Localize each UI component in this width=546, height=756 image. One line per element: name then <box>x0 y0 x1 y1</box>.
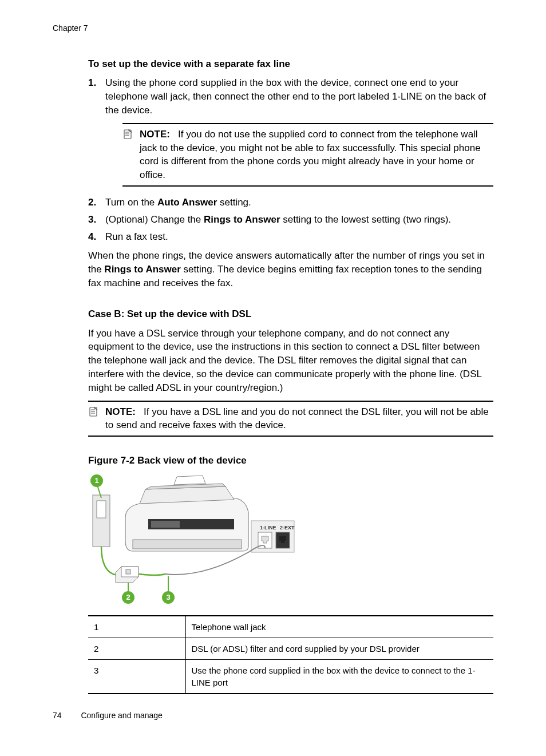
step-content: (Optional) Change the Rings to Answer se… <box>105 213 493 227</box>
note-icon <box>122 129 136 182</box>
legend-num: 3 <box>88 659 185 694</box>
step-text: Using the phone cord supplied in the box… <box>105 77 486 116</box>
step-content: Run a fax test. <box>105 230 493 244</box>
port-label-1line: 1-LINE <box>260 525 276 531</box>
footer-title: Configure and manage <box>81 711 162 720</box>
note-body <box>173 129 178 140</box>
step-text-bold: Rings to Answer <box>204 214 280 225</box>
step-4: 4. Run a fax test. <box>88 230 493 244</box>
figure-legend-table: 1 Telephone wall jack 2 DSL (or ADSL) fi… <box>88 615 493 694</box>
note-text-container: NOTE: If you have a DSL line and you do … <box>105 405 493 433</box>
step-content: Turn on the Auto Answer setting. <box>105 196 493 209</box>
step-1: 1. Using the phone cord supplied in the … <box>88 76 493 192</box>
section-heading-dsl: Case B: Set up the device with DSL <box>88 307 493 321</box>
page-number: 74 <box>53 711 62 720</box>
note-spacer <box>139 406 144 417</box>
table-row: 1 Telephone wall jack <box>88 616 493 638</box>
step-number: 2. <box>88 196 105 209</box>
step-content: Using the phone cord supplied in the box… <box>105 76 493 192</box>
step-number: 1. <box>88 76 105 192</box>
table-row: 3 Use the phone cord supplied in the box… <box>88 659 493 694</box>
page-content: To set up the device with a separate fax… <box>88 57 493 694</box>
step-text-prefix: Turn on the <box>105 197 157 208</box>
step-3: 3. (Optional) Change the Rings to Answer… <box>88 213 493 227</box>
step-text-suffix: setting to the lowest setting (two rings… <box>280 214 452 225</box>
step-text: Run a fax test. <box>105 231 168 242</box>
legend-text: Use the phone cord supplied in the box w… <box>185 659 493 694</box>
svg-rect-16 <box>126 569 130 574</box>
port-label-2ext: 2-EXT <box>280 525 295 531</box>
section-heading-fax-line: To set up the device with a separate fax… <box>88 57 493 71</box>
chapter-header: Chapter 7 <box>53 23 493 34</box>
legend-num: 2 <box>88 638 185 659</box>
note-label: NOTE: <box>105 406 136 417</box>
paragraph-dsl: If you have a DSL service through your t… <box>88 327 493 395</box>
step-text-bold: Auto Answer <box>157 197 217 208</box>
step-number: 4. <box>88 230 105 244</box>
step-text-suffix: setting. <box>217 197 251 208</box>
step-text-prefix: (Optional) Change the <box>105 214 204 225</box>
figure-device-back-view: 1-LINE 2-EXT <box>88 472 300 604</box>
table-row: 2 DSL (or ADSL) filter and cord supplied… <box>88 638 493 659</box>
figure-caption: Figure 7-2 Back view of the device <box>88 454 493 468</box>
step-2: 2. Turn on the Auto Answer setting. <box>88 196 493 209</box>
note-body-text: If you have a DSL line and you do not co… <box>105 406 489 431</box>
callout-3: 3 <box>162 591 175 604</box>
paragraph-rings: When the phone rings, the device answers… <box>88 249 493 290</box>
legend-text: DSL (or ADSL) filter and cord supplied b… <box>185 638 493 659</box>
note-text-container: NOTE: If you do not use the supplied cor… <box>140 128 493 182</box>
para-bold: Rings to Answer <box>104 264 181 275</box>
page-footer: 74 Configure and manage <box>53 710 163 722</box>
svg-rect-9 <box>97 501 106 518</box>
setup-steps-list: 1. Using the phone cord supplied in the … <box>88 76 493 243</box>
callout-1: 1 <box>90 474 103 487</box>
legend-num: 1 <box>88 616 185 638</box>
legend-text: Telephone wall jack <box>185 616 493 638</box>
callout-2: 2 <box>122 591 134 604</box>
note-label: NOTE: <box>140 129 170 140</box>
note-box-dsl: NOTE: If you have a DSL line and you do … <box>88 401 493 437</box>
step-number: 3. <box>88 213 105 227</box>
note-body-text: If you do not use the supplied cord to c… <box>140 129 481 180</box>
svg-rect-11 <box>151 521 180 528</box>
svg-rect-12 <box>133 540 242 549</box>
note-box: NOTE: If you do not use the supplied cor… <box>122 123 493 187</box>
note-icon <box>88 406 102 433</box>
